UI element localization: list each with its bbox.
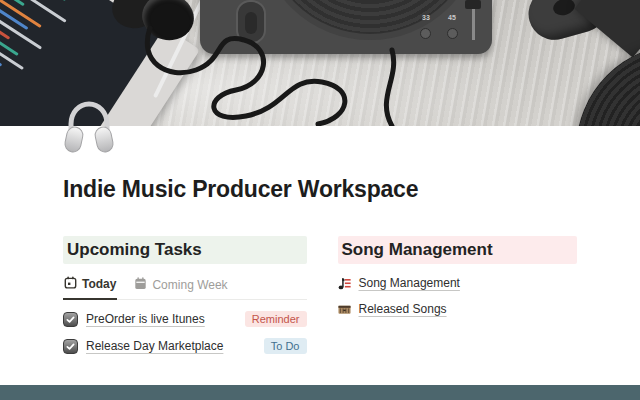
released-songs-link[interactable]: Released Songs [359, 302, 447, 316]
task-link[interactable]: PreOrder is live Itunes [86, 312, 205, 326]
drawer-icon [338, 303, 351, 316]
task-row: Release Day Marketplace To Do [63, 338, 307, 354]
page-title[interactable]: Indie Music Producer Workspace [63, 176, 577, 203]
checkbox-checked-icon[interactable] [63, 339, 78, 354]
upcoming-tasks-section: Upcoming Tasks Today [63, 236, 307, 354]
tab-today[interactable]: Today [63, 273, 117, 300]
tab-today-label: Today [82, 277, 116, 291]
bottom-bar [0, 385, 640, 400]
task-link[interactable]: Release Day Marketplace [86, 339, 223, 353]
page-link-row: Released Songs [338, 302, 578, 316]
task-tabs: Today Coming Week [63, 273, 307, 300]
two-column-layout: Upcoming Tasks Today [63, 236, 577, 354]
calendar-icon [134, 277, 147, 293]
status-badge: Reminder [245, 311, 307, 327]
headphones-icon[interactable] [63, 96, 115, 154]
music-playlist-icon [338, 277, 351, 290]
tab-coming-week[interactable]: Coming Week [133, 273, 228, 299]
page-link-row: Song Management [338, 276, 578, 290]
song-management-heading: Song Management [338, 236, 578, 264]
tab-coming-week-label: Coming Week [152, 278, 227, 292]
song-management-section: Song Management Song Management [338, 236, 578, 354]
upcoming-tasks-heading: Upcoming Tasks [63, 236, 307, 264]
task-row: PreOrder is live Itunes Reminder [63, 311, 307, 327]
calendar-icon [64, 276, 77, 292]
checkbox-checked-icon[interactable] [63, 312, 78, 327]
status-badge: To Do [264, 338, 307, 354]
notion-page: 33 45 Indie M [0, 0, 640, 400]
song-management-link[interactable]: Song Management [359, 276, 460, 290]
